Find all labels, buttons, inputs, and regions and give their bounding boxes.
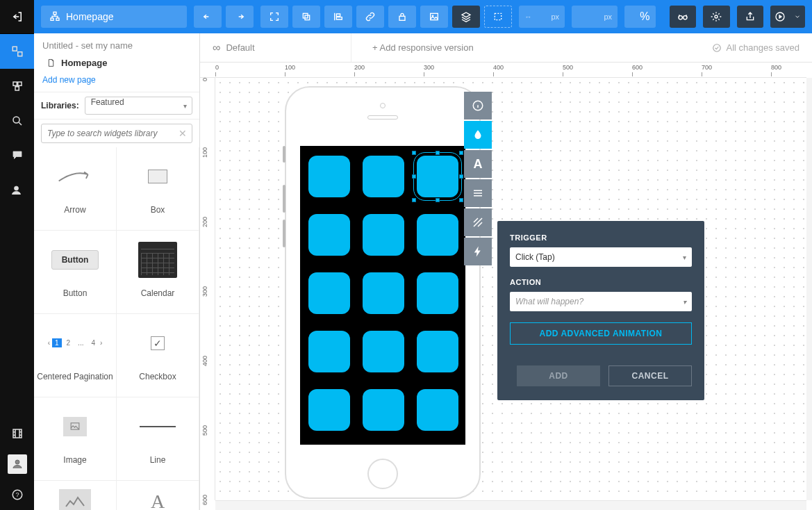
text-tool[interactable]: A: [464, 150, 492, 178]
add-advanced-animation-button[interactable]: ADD ADVANCED ANIMATION: [510, 322, 692, 345]
app-icon[interactable]: [417, 272, 458, 314]
widget-box[interactable]: Box: [117, 147, 199, 231]
app-icon[interactable]: [417, 214, 458, 256]
scrollbar-vertical[interactable]: [806, 78, 812, 500]
breadcrumb-label: Homepage: [66, 11, 114, 22]
redo-button[interactable]: [226, 6, 254, 28]
rail-avatar[interactable]: [8, 454, 27, 474]
page-item-homepage[interactable]: Homepage: [34, 54, 199, 72]
app-icon[interactable]: [308, 389, 350, 431]
page-icon: [47, 58, 56, 68]
rail-comments[interactable]: [0, 138, 34, 173]
widget-partial-1[interactable]: [34, 481, 117, 510]
app-icon[interactable]: [417, 331, 458, 372]
widget-checkbox[interactable]: ✓ Checkbox: [117, 314, 199, 397]
home-button-icon: [367, 459, 398, 489]
app-icon[interactable]: [308, 214, 350, 256]
libraries-label: Libraries:: [41, 101, 79, 110]
app-icon[interactable]: [363, 331, 404, 372]
widget-arrow[interactable]: Arrow: [34, 147, 117, 231]
cancel-interaction-button[interactable]: CANCEL: [608, 365, 692, 386]
svg-point-5: [13, 117, 19, 123]
rail-search[interactable]: [0, 104, 34, 138]
libraries-select[interactable]: Featured: [85, 97, 192, 115]
topbar: Homepage ↔px px %: [34, 0, 812, 33]
dashed-box-icon: [492, 11, 504, 22]
add-responsive-link[interactable]: + Add responsive version: [372, 42, 474, 53]
rail-help[interactable]: ?: [0, 479, 34, 510]
settings-button[interactable]: [703, 6, 729, 28]
link-button[interactable]: [356, 6, 384, 28]
svg-rect-2: [13, 82, 17, 85]
phone-mockup: [285, 86, 481, 499]
arrow-icon: [56, 166, 94, 187]
app-icon[interactable]: [308, 156, 350, 197]
app-icon[interactable]: [363, 214, 404, 256]
fill-tool[interactable]: [464, 121, 492, 149]
app-icon[interactable]: [308, 331, 350, 372]
align-button[interactable]: [324, 6, 352, 28]
sitemap-icon: [49, 11, 60, 22]
widget-search-input[interactable]: [41, 124, 192, 143]
clear-search-icon[interactable]: ✕: [179, 128, 187, 139]
lines-icon: [472, 187, 484, 199]
button-icon: Button: [51, 250, 99, 270]
scrollbar-horizontal[interactable]: [215, 500, 806, 510]
info-tool[interactable]: [464, 92, 492, 120]
add-page-link[interactable]: Add new page: [34, 72, 199, 92]
project-name[interactable]: Untitled - set my name: [34, 33, 199, 54]
widget-image[interactable]: Image: [34, 397, 117, 481]
widget-pagination[interactable]: ‹ 1 2 ... 4 › Centered Pagination: [34, 314, 117, 397]
phone-screen[interactable]: [300, 146, 465, 445]
logout-icon: [11, 10, 24, 23]
document-header: ∞ Default + Add responsive version All c…: [200, 33, 812, 63]
fit-button[interactable]: [260, 6, 288, 28]
app-icon[interactable]: [363, 272, 404, 314]
app-icon[interactable]: [308, 272, 350, 314]
layers-button[interactable]: [452, 6, 480, 28]
logout-button[interactable]: [0, 0, 34, 34]
rail-share-user[interactable]: [0, 173, 34, 208]
redo-icon: [234, 11, 245, 22]
widget-calendar[interactable]: Calendar: [117, 231, 199, 314]
border-tool[interactable]: [464, 208, 492, 236]
align-tool[interactable]: [464, 179, 492, 207]
group-select-button[interactable]: [484, 6, 512, 28]
fit-icon: [269, 11, 280, 22]
add-interaction-button[interactable]: ADD: [517, 365, 600, 386]
svg-text:?: ?: [15, 491, 19, 498]
page-breadcrumb[interactable]: Homepage: [41, 6, 187, 28]
app-icon[interactable]: [417, 156, 458, 197]
trigger-select[interactable]: Click (Tap) ▾: [510, 247, 692, 267]
play-icon: [774, 11, 786, 22]
width-input[interactable]: ↔px: [519, 6, 565, 28]
app-icon[interactable]: [363, 389, 404, 431]
app-icon[interactable]: [363, 156, 404, 197]
canvas[interactable]: A TRIGGER Click (Tap) ▾ ACTION What will…: [215, 78, 806, 500]
breakpoint-default[interactable]: ∞ Default: [213, 33, 351, 62]
widget-partial-2[interactable]: A: [117, 481, 199, 510]
widget-line[interactable]: Line: [117, 397, 199, 481]
rail-components[interactable]: [0, 69, 34, 104]
image-button[interactable]: [420, 6, 448, 28]
interaction-tool[interactable]: [464, 238, 492, 265]
chevron-down-icon: ▾: [683, 298, 686, 306]
copy-button[interactable]: [292, 6, 320, 28]
percent-input[interactable]: %: [624, 6, 656, 28]
svg-rect-16: [399, 16, 405, 20]
action-select[interactable]: What will happen? ▾: [510, 292, 692, 311]
export-button[interactable]: [737, 6, 763, 28]
app-icon[interactable]: [417, 389, 458, 431]
rail-editor[interactable]: [0, 34, 34, 69]
save-status: All changes saved: [712, 42, 799, 53]
height-input[interactable]: px: [572, 6, 618, 28]
preview-button[interactable]: [770, 6, 805, 28]
glasses-icon: [677, 11, 688, 22]
widget-button[interactable]: Button Button: [34, 231, 117, 314]
lock-button[interactable]: [388, 6, 416, 28]
glasses-button[interactable]: [670, 6, 696, 28]
info-icon: [472, 99, 484, 112]
undo-button[interactable]: [194, 6, 222, 28]
avatar-icon: [11, 458, 24, 470]
rail-film[interactable]: [0, 418, 34, 449]
